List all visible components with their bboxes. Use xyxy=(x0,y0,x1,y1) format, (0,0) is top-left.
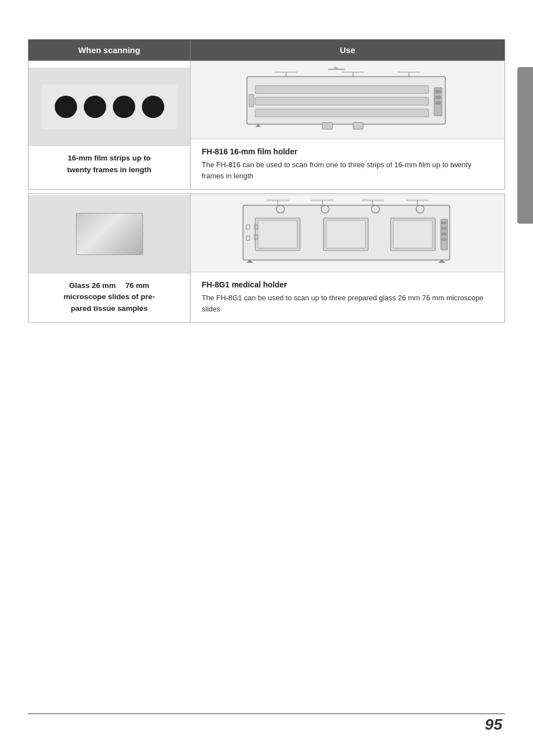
svg-rect-47 xyxy=(441,233,446,235)
fh8g1-svg xyxy=(239,197,456,270)
svg-rect-14 xyxy=(435,101,441,105)
use-cell-2: FH-8G1 medical holder The FH-8G1 can be … xyxy=(191,194,505,323)
spacer-row xyxy=(28,190,505,194)
glass-slide xyxy=(76,213,143,255)
table-row: 16-mm film strips up to twenty frames in… xyxy=(28,61,505,190)
table-row: Glass 26 mm 76 mm microscope slides of p… xyxy=(28,194,505,323)
when-label-1: 16-mm film strips up to twenty frames in… xyxy=(67,154,151,173)
film-circle-2 xyxy=(84,96,106,118)
main-table: When scanning Use xyxy=(28,39,505,323)
when-label-2a: Glass 26 mm 76 mm xyxy=(37,280,181,291)
use-text-1: FH-816 16-mm film holder The FH-816 can … xyxy=(191,139,505,189)
svg-rect-8 xyxy=(255,97,429,105)
when-label-2b: microscope slides of pre- pared tissue s… xyxy=(37,291,181,314)
svg-text:31: 31 xyxy=(334,67,338,69)
svg-rect-35 xyxy=(258,220,297,248)
when-cell-1: 16-mm film strips up to twenty frames in… xyxy=(28,61,191,190)
svg-rect-13 xyxy=(435,96,441,99)
film-circle-1 xyxy=(55,96,77,118)
svg-rect-46 xyxy=(441,227,446,230)
film-circle-3 xyxy=(113,96,135,118)
use-cell-1: 31 FH-816 16-mm film holder The FH-816 c… xyxy=(191,61,505,190)
svg-rect-45 xyxy=(441,221,446,224)
page-number: 95 xyxy=(485,716,502,734)
use-text-2: FH-8G1 medical holder The FH-8G1 can be … xyxy=(191,272,505,322)
header-when: When scanning xyxy=(28,40,191,61)
use-image-2 xyxy=(191,194,505,272)
when-text-1: 16-mm film strips up to twenty frames in… xyxy=(28,146,190,182)
film-circle-4 xyxy=(142,96,164,118)
when-image-1 xyxy=(28,68,190,146)
header-use-label: Use xyxy=(340,45,355,55)
page-container: When scanning Use xyxy=(0,0,533,756)
svg-rect-12 xyxy=(435,90,441,93)
film-circles xyxy=(41,84,178,129)
spacer xyxy=(28,190,505,194)
header-use: Use xyxy=(191,40,505,61)
svg-rect-10 xyxy=(249,94,254,107)
use-title-1: FH-816 16-mm film holder xyxy=(202,147,493,156)
svg-rect-9 xyxy=(255,109,429,117)
bottom-line xyxy=(28,714,505,714)
svg-rect-17 xyxy=(322,122,332,129)
when-text-2: Glass 26 mm 76 mm microscope slides of p… xyxy=(28,273,190,321)
use-image-1: 31 xyxy=(191,61,505,139)
svg-rect-48 xyxy=(441,238,446,241)
fh816-svg: 31 xyxy=(241,67,454,134)
when-image-2 xyxy=(28,195,190,273)
header-when-label: When scanning xyxy=(78,45,140,55)
use-title-2: FH-8G1 medical holder xyxy=(202,280,493,289)
when-cell-2: Glass 26 mm 76 mm microscope slides of p… xyxy=(28,194,191,323)
svg-rect-39 xyxy=(326,220,365,248)
svg-rect-7 xyxy=(255,86,429,93)
use-desc-1: The FH-816 can be used to scan from one … xyxy=(202,159,493,181)
svg-rect-18 xyxy=(353,122,363,129)
side-tab xyxy=(517,67,533,224)
svg-rect-41 xyxy=(393,220,432,248)
use-desc-2: The FH-8G1 can be used to scan up to thr… xyxy=(202,292,493,314)
